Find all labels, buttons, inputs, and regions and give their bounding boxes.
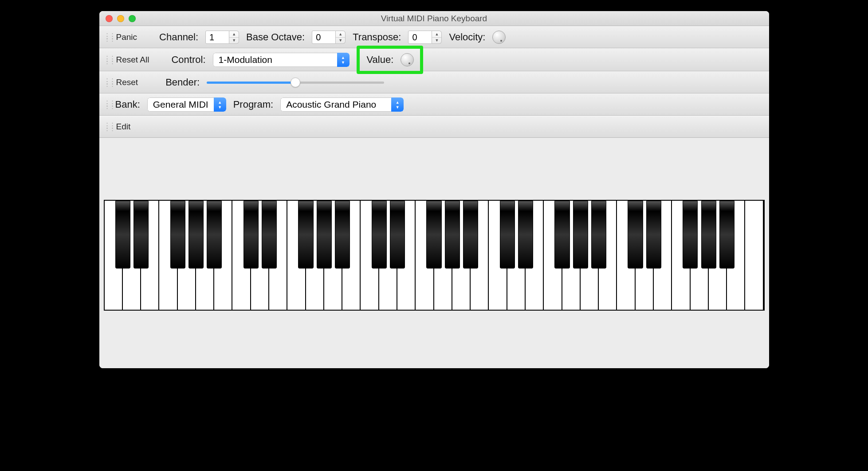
- slider-fill: [207, 82, 295, 84]
- app-window: Virtual MIDI Piano Keyboard ⋮⋮⋮⋮ Panic C…: [99, 11, 769, 368]
- black-key[interactable]: [372, 201, 387, 269]
- base-octave-label: Base Octave:: [246, 31, 305, 43]
- black-key[interactable]: [262, 201, 277, 269]
- toolbar-main: ⋮⋮⋮⋮ Panic Channel: ▲▼ Base Octave: ▲▼ T…: [99, 26, 769, 48]
- black-key[interactable]: [554, 201, 570, 269]
- toolbar-control: ⋮⋮⋮⋮ Reset All Control: 1-Modulation ▲▼ …: [99, 48, 769, 71]
- black-key[interactable]: [628, 201, 643, 269]
- channel-input[interactable]: [205, 31, 229, 44]
- program-label: Program:: [233, 99, 273, 110]
- stepper-arrows-icon[interactable]: ▲▼: [229, 31, 239, 44]
- control-label: Control:: [171, 54, 205, 66]
- black-key[interactable]: [298, 201, 313, 269]
- base-octave-input[interactable]: [312, 31, 336, 44]
- bender-slider[interactable]: [207, 78, 384, 87]
- reset-button[interactable]: Reset: [115, 76, 139, 89]
- black-key[interactable]: [573, 201, 588, 269]
- traffic-lights: [99, 15, 136, 22]
- black-key[interactable]: [591, 201, 606, 269]
- chevron-updown-icon[interactable]: ▲▼: [214, 97, 226, 112]
- black-key[interactable]: [134, 201, 149, 269]
- toolbar-bank: ⋮⋮⋮⋮ Bank: General MIDI ▲▼ Program: Acou…: [99, 93, 769, 116]
- grip-icon: ⋮⋮⋮⋮: [104, 80, 108, 85]
- keyboard-area: [99, 138, 769, 368]
- program-combo[interactable]: Acoustic Grand Piano ▲▼: [280, 97, 404, 112]
- stepper-arrows-icon[interactable]: ▲▼: [432, 31, 442, 44]
- black-key[interactable]: [317, 201, 332, 269]
- base-octave-stepper[interactable]: ▲▼: [312, 31, 346, 44]
- titlebar: Virtual MIDI Piano Keyboard: [99, 11, 769, 26]
- grip-icon: ⋮⋮⋮⋮: [104, 124, 108, 129]
- black-key[interactable]: [244, 201, 259, 269]
- black-key[interactable]: [390, 201, 405, 269]
- bank-combo[interactable]: General MIDI ▲▼: [147, 97, 226, 112]
- black-key[interactable]: [518, 201, 533, 269]
- transpose-stepper[interactable]: ▲▼: [408, 31, 442, 44]
- black-key[interactable]: [719, 201, 734, 269]
- control-value: 1-Modulation: [213, 53, 337, 67]
- bank-value: General MIDI: [147, 97, 214, 112]
- grip-icon: ⋮⋮⋮⋮: [104, 57, 108, 62]
- transpose-input[interactable]: [408, 31, 432, 44]
- close-icon[interactable]: [106, 15, 113, 22]
- reset-all-button[interactable]: Reset All: [115, 53, 150, 66]
- bender-label: Bender:: [165, 77, 200, 88]
- grip-icon: ⋮⋮⋮⋮: [104, 102, 108, 107]
- channel-label: Channel:: [159, 31, 198, 43]
- black-key[interactable]: [115, 201, 130, 269]
- black-key[interactable]: [500, 201, 515, 269]
- control-combo[interactable]: 1-Modulation ▲▼: [213, 53, 350, 67]
- black-key[interactable]: [170, 201, 185, 269]
- black-key[interactable]: [189, 201, 204, 269]
- black-key[interactable]: [426, 201, 441, 269]
- toolbar-bender: ⋮⋮⋮⋮ Reset Bender:: [99, 71, 769, 93]
- window-title: Virtual MIDI Piano Keyboard: [99, 14, 769, 23]
- black-key[interactable]: [683, 201, 698, 269]
- piano-keyboard: [104, 200, 765, 311]
- panic-button[interactable]: Panic: [115, 31, 138, 44]
- transpose-label: Transpose:: [353, 31, 401, 43]
- black-key[interactable]: [646, 201, 661, 269]
- black-key[interactable]: [207, 201, 222, 269]
- black-key[interactable]: [335, 201, 350, 269]
- black-key[interactable]: [445, 201, 460, 269]
- edit-button[interactable]: Edit: [115, 120, 132, 133]
- value-knob[interactable]: [401, 53, 414, 66]
- white-key[interactable]: [745, 201, 763, 310]
- bank-label: Bank:: [115, 99, 140, 110]
- chevron-updown-icon[interactable]: ▲▼: [391, 97, 404, 112]
- minimize-icon[interactable]: [117, 15, 124, 22]
- chevron-updown-icon[interactable]: ▲▼: [337, 53, 350, 67]
- channel-stepper[interactable]: ▲▼: [205, 31, 239, 44]
- black-key[interactable]: [463, 201, 478, 269]
- black-key[interactable]: [701, 201, 716, 269]
- program-value: Acoustic Grand Piano: [280, 97, 391, 112]
- stepper-arrows-icon[interactable]: ▲▼: [336, 31, 346, 44]
- grip-icon: ⋮⋮⋮⋮: [104, 35, 108, 40]
- value-highlight: Value:: [357, 46, 424, 74]
- velocity-knob[interactable]: [492, 31, 506, 44]
- toolbar-edit: ⋮⋮⋮⋮ Edit: [99, 116, 769, 138]
- velocity-label: Velocity:: [449, 31, 485, 43]
- value-label: Value:: [367, 54, 394, 66]
- slider-thumb[interactable]: [291, 78, 300, 87]
- zoom-icon[interactable]: [129, 15, 136, 22]
